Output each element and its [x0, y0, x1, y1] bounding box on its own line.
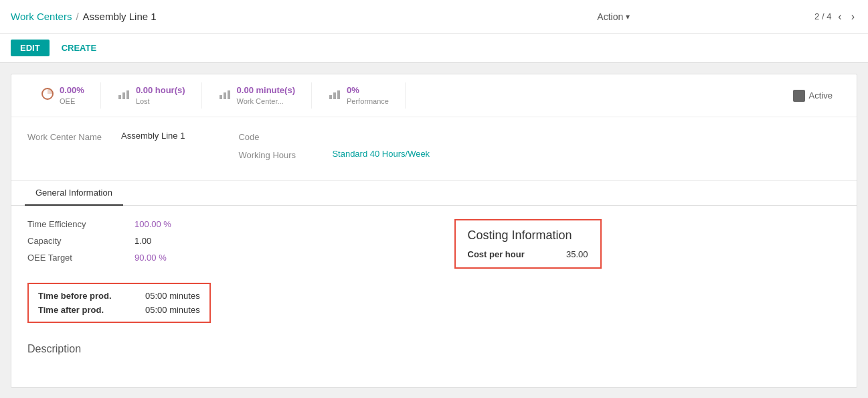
- code-row: Code: [238, 131, 430, 142]
- capacity-row: Capacity 1.00: [27, 236, 414, 246]
- capacity-value: 1.00: [135, 236, 151, 246]
- stat-oee-label: OEE: [60, 96, 84, 106]
- pie-chart-icon: [41, 87, 54, 104]
- time-efficiency-label: Time Efficiency: [27, 219, 135, 229]
- breadcrumb-current: Assembly Line 1: [83, 11, 157, 22]
- time-after-row: Time after prod. 05:00 minutes: [38, 305, 200, 315]
- time-after-label: Time after prod.: [38, 305, 145, 315]
- svg-rect-9: [337, 90, 340, 99]
- time-efficiency-row: Time Efficiency 100.00 %: [27, 219, 414, 229]
- code-label: Code: [238, 131, 332, 142]
- working-hours-row: Working Hours Standard 40 Hours/Week: [238, 149, 430, 160]
- action-button[interactable]: Action ▾: [590, 9, 636, 25]
- working-hours-value[interactable]: Standard 40 Hours/Week: [332, 149, 430, 159]
- chevron-down-icon: ▾: [626, 12, 630, 21]
- cost-per-hour-value: 35.00: [566, 249, 588, 259]
- cost-per-hour-label: Cost per hour: [468, 249, 525, 259]
- tabs: General Information: [11, 181, 857, 206]
- svg-rect-3: [126, 90, 129, 99]
- svg-rect-5: [224, 92, 226, 99]
- stat-lost-label: Lost: [136, 96, 185, 106]
- next-page-button[interactable]: ›: [849, 9, 857, 24]
- main-card: 0.00% OEE 0.00 hour(s) Lost: [11, 74, 857, 388]
- top-bar: Work Centers / Assembly Line 1 Action ▾ …: [0, 0, 868, 34]
- breadcrumb: Work Centers / Assembly Line 1: [11, 11, 413, 22]
- work-center-name-label: Work Center Name: [27, 131, 121, 142]
- right-fields: Costing Information Cost per hour 35.00: [454, 219, 841, 323]
- active-label: Active: [809, 90, 833, 101]
- stats-bar: 0.00% OEE 0.00 hour(s) Lost: [11, 74, 857, 117]
- form-right: Code Working Hours Standard 40 Hours/Wee…: [238, 131, 430, 167]
- active-badge[interactable]: Active: [782, 87, 843, 105]
- cost-per-hour-row: Cost per hour 35.00: [468, 249, 588, 259]
- prev-page-button[interactable]: ‹: [835, 9, 844, 24]
- breadcrumb-separator: /: [76, 11, 78, 22]
- bar-chart-perf-icon: [328, 87, 341, 104]
- pagination-text: 2 / 4: [814, 11, 831, 21]
- stat-lost-text: 0.00 hour(s) Lost: [136, 85, 185, 106]
- oee-target-label: OEE Target: [27, 253, 135, 263]
- toolbar: EDIT CREATE: [0, 34, 868, 63]
- svg-rect-7: [329, 95, 332, 99]
- breadcrumb-parent[interactable]: Work Centers: [11, 11, 72, 22]
- form-section: Work Center Name Assembly Line 1 Code Wo…: [11, 117, 857, 181]
- costing-box: Costing Information Cost per hour 35.00: [454, 219, 602, 269]
- svg-rect-6: [228, 90, 230, 99]
- time-before-value: 05:00 minutes: [145, 291, 200, 301]
- bar-chart-wc-icon: [218, 87, 232, 104]
- svg-rect-8: [333, 92, 336, 99]
- stat-perf-value: 0%: [347, 85, 389, 96]
- stat-lost[interactable]: 0.00 hour(s) Lost: [101, 82, 202, 109]
- create-button[interactable]: CREATE: [55, 40, 103, 56]
- time-before-row: Time before prod. 05:00 minutes: [38, 291, 200, 301]
- edit-button[interactable]: EDIT: [11, 40, 50, 56]
- tab-general-information[interactable]: General Information: [25, 181, 123, 206]
- time-box-wrapper: Time before prod. 05:00 minutes Time aft…: [27, 276, 414, 323]
- stat-wc-label: Work Center...: [237, 96, 295, 106]
- time-before-label: Time before prod.: [38, 291, 145, 301]
- capacity-label: Capacity: [27, 236, 135, 246]
- fields-row: Time Efficiency 100.00 % Capacity 1.00 O…: [27, 219, 841, 323]
- pagination: 2 / 4 ‹ ›: [814, 9, 857, 24]
- stat-wc-value: 0.00 minute(s): [237, 85, 295, 96]
- time-bordered-box: Time before prod. 05:00 minutes Time aft…: [27, 283, 211, 323]
- stat-oee-value: 0.00%: [60, 85, 84, 96]
- oee-target-row: OEE Target 90.00 %: [27, 253, 414, 263]
- time-efficiency-value: 100.00 %: [135, 219, 171, 229]
- costing-title: Costing Information: [468, 228, 588, 243]
- stat-lost-value: 0.00 hour(s): [136, 85, 185, 96]
- main-content: 0.00% OEE 0.00 hour(s) Lost: [0, 63, 868, 398]
- stat-oee[interactable]: 0.00% OEE: [25, 82, 101, 109]
- oee-target-value: 90.00 %: [135, 253, 167, 263]
- description-title: Description: [27, 343, 824, 355]
- description-section: Description: [27, 336, 841, 374]
- stat-performance[interactable]: 0% Performance: [312, 82, 406, 109]
- action-label: Action: [597, 11, 623, 22]
- form-left: Work Center Name Assembly Line 1: [27, 131, 185, 167]
- active-checkbox-icon: [793, 90, 805, 102]
- left-fields: Time Efficiency 100.00 % Capacity 1.00 O…: [27, 219, 414, 323]
- stat-oee-text: 0.00% OEE: [60, 85, 84, 106]
- stat-perf-label: Performance: [347, 96, 389, 106]
- svg-rect-4: [220, 95, 222, 99]
- action-area: Action ▾: [413, 9, 815, 25]
- bar-chart-lost-icon: [117, 87, 131, 104]
- stat-perf-text: 0% Performance: [347, 85, 389, 106]
- work-center-name-value: Assembly Line 1: [121, 131, 185, 141]
- svg-rect-1: [118, 95, 121, 99]
- time-after-value: 05:00 minutes: [145, 305, 200, 315]
- svg-rect-2: [122, 92, 125, 99]
- work-center-name-row: Work Center Name Assembly Line 1: [27, 131, 185, 142]
- tab-content-general: Time Efficiency 100.00 % Capacity 1.00 O…: [11, 206, 857, 387]
- working-hours-label: Working Hours: [238, 149, 332, 160]
- stat-wc-text: 0.00 minute(s) Work Center...: [237, 85, 295, 106]
- stat-workcenter[interactable]: 0.00 minute(s) Work Center...: [202, 82, 312, 109]
